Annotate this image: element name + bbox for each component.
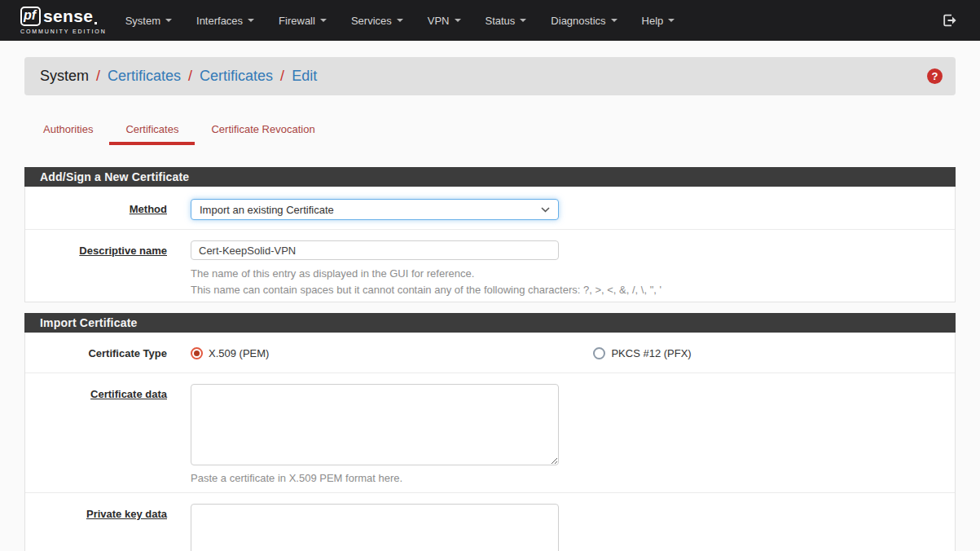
section-title: Add/Sign a New Certificate: [24, 167, 956, 187]
tab-certificate-revocation[interactable]: Certificate Revocation: [195, 117, 331, 145]
private-key-data-textarea[interactable]: [191, 504, 559, 551]
form-row-descriptive-name: Descriptive name The name of this entry …: [25, 230, 955, 302]
radio-option-pkcs12-pfx[interactable]: PKCS #12 (PFX): [593, 347, 691, 359]
chevron-down-icon: [248, 19, 254, 22]
breadcrumb-separator: /: [96, 68, 100, 85]
breadcrumb-link-certificates[interactable]: Certificates: [108, 68, 181, 85]
tab-certificates[interactable]: Certificates: [109, 117, 195, 145]
nav-item-label: Services: [351, 15, 392, 27]
certificate-data-label: Certificate data: [90, 388, 167, 400]
certificate-data-help: Paste a certificate in X.509 PEM format …: [191, 472, 943, 484]
breadcrumb-link-edit[interactable]: Edit: [292, 68, 317, 85]
method-select[interactable]: Import an existing Certificate: [191, 199, 559, 220]
nav-item-label: VPN: [428, 15, 450, 27]
nav-item-label: Firewall: [279, 15, 315, 27]
chevron-down-icon: [668, 19, 675, 22]
certificate-data-textarea[interactable]: [191, 384, 559, 465]
nav-item-label: System: [125, 15, 160, 27]
breadcrumb-root: System: [40, 68, 89, 85]
tab-bar: Authorities Certificates Certificate Rev…: [24, 117, 956, 145]
breadcrumb: System / Certificates / Certificates / E…: [24, 57, 956, 95]
private-key-data-label: Private key data: [86, 508, 167, 520]
form-row-certificate-data: Certificate data Paste a certificate in …: [25, 373, 955, 493]
help-icon[interactable]: ?: [927, 68, 943, 84]
radio-checked-icon: [191, 347, 203, 359]
nav-item-status[interactable]: Status: [473, 0, 539, 41]
logo-sense: sense: [43, 7, 93, 24]
descriptive-name-help-2: This name can contain spaces but it cann…: [191, 282, 943, 298]
pfsense-logo[interactable]: pfsense COMMUNITY EDITION: [20, 7, 107, 34]
form-row-method: Method Import an existing Certificate: [25, 187, 955, 230]
chevron-down-icon: [320, 19, 327, 22]
nav-item-help[interactable]: Help: [630, 0, 688, 41]
panel-add-sign-certificate: Add/Sign a New Certificate Method Import…: [24, 167, 956, 302]
chevron-down-icon: [397, 19, 403, 22]
radio-label: PKCS #12 (PFX): [611, 347, 691, 359]
descriptive-name-input[interactable]: [191, 240, 559, 260]
nav-item-label: Diagnostics: [551, 15, 605, 27]
chevron-down-icon: [520, 19, 526, 22]
nav-item-vpn[interactable]: VPN: [415, 0, 473, 41]
logo-trademark-dot: [94, 22, 97, 24]
breadcrumb-separator: /: [188, 68, 192, 85]
nav-item-label: Status: [486, 15, 516, 27]
chevron-down-icon: [165, 19, 172, 22]
nav-item-label: Interfaces: [196, 15, 243, 27]
breadcrumb-link-certificates-2[interactable]: Certificates: [200, 68, 273, 85]
form-row-certificate-type: Certificate Type X.509 (PEM) PKCS #12 (P…: [25, 333, 955, 373]
radio-option-x509-pem[interactable]: X.509 (PEM): [191, 347, 269, 359]
section-title: Import Certificate: [24, 313, 956, 333]
logout-icon[interactable]: [943, 14, 957, 27]
radio-unchecked-icon: [593, 347, 605, 359]
descriptive-name-label: Descriptive name: [79, 245, 167, 257]
panel-import-certificate: Import Certificate Certificate Type X.50…: [24, 313, 956, 551]
form-row-private-key-data: Private key data: [25, 493, 955, 551]
nav-item-system[interactable]: System: [113, 0, 184, 41]
chevron-down-icon: [611, 19, 617, 22]
chevron-down-icon: [455, 19, 461, 22]
radio-label: X.509 (PEM): [209, 347, 269, 359]
certificate-type-label: Certificate Type: [88, 347, 167, 359]
breadcrumb-separator: /: [280, 68, 284, 85]
method-label: Method: [130, 203, 167, 215]
nav-item-services[interactable]: Services: [339, 0, 415, 41]
top-navbar: pfsense COMMUNITY EDITION System Interfa…: [0, 0, 980, 41]
main-menu: System Interfaces Firewall Services VPN …: [113, 0, 688, 41]
method-select-value: Import an existing Certificate: [200, 204, 334, 216]
logo-edition-label: COMMUNITY EDITION: [20, 29, 107, 34]
nav-item-interfaces[interactable]: Interfaces: [184, 0, 266, 41]
nav-item-firewall[interactable]: Firewall: [266, 0, 339, 41]
logo-pf: pf: [20, 7, 41, 26]
nav-item-label: Help: [642, 15, 664, 27]
nav-item-diagnostics[interactable]: Diagnostics: [538, 0, 629, 41]
descriptive-name-help-1: The name of this entry as displayed in t…: [191, 266, 943, 282]
tab-authorities[interactable]: Authorities: [27, 117, 109, 145]
chevron-down-icon: [541, 207, 550, 213]
